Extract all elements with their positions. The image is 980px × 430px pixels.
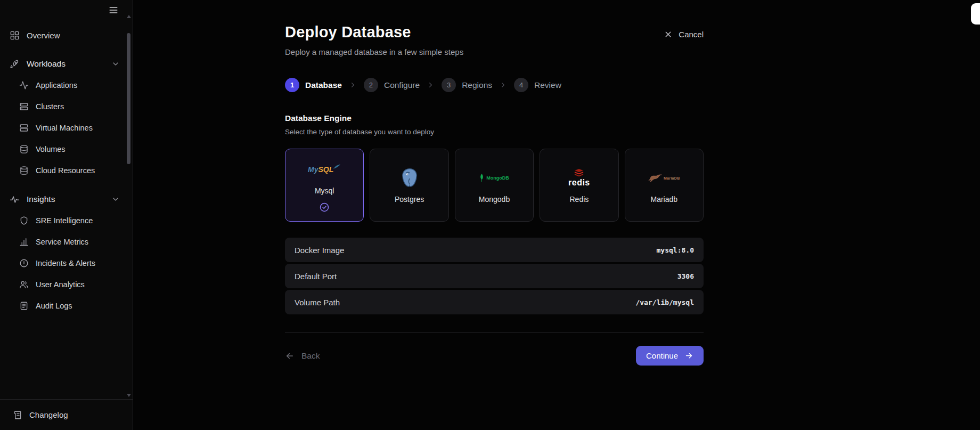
step-configure[interactable]: 2 Configure [364, 78, 420, 92]
detail-row-docker-image: Docker Image mysql:8.0 [285, 238, 704, 262]
engine-card-postgres[interactable]: Postgres [370, 149, 448, 222]
rocket-icon [10, 59, 20, 69]
step-review[interactable]: 4 Review [514, 78, 561, 92]
sidebar-item-service-metrics[interactable]: Service Metrics [14, 231, 125, 253]
detail-row-volume-path: Volume Path /var/lib/mysql [285, 290, 704, 314]
sidebar-item-volumes[interactable]: Volumes [14, 139, 125, 160]
detail-label: Docker Image [295, 246, 344, 255]
main-content: Deploy Database Deploy a managed databas… [133, 0, 980, 430]
changelog-icon [13, 410, 22, 420]
chevron-right-icon [499, 81, 507, 89]
database-icon [19, 166, 29, 175]
back-label: Back [301, 351, 320, 361]
sidebar-item-overview[interactable]: Overview [4, 25, 125, 46]
check-circle-icon [319, 202, 330, 213]
engine-card-mongodb[interactable]: MongoDB Mongodb [455, 149, 534, 222]
sidebar-item-label: SRE Intelligence [36, 216, 93, 225]
chevron-right-icon [427, 81, 435, 89]
chevron-right-icon [349, 81, 357, 89]
menu-toggle-button[interactable] [107, 4, 120, 17]
alert-circle-icon [19, 258, 29, 268]
sidebar-header [0, 0, 133, 17]
engine-card-label: Redis [569, 195, 589, 204]
arrow-left-icon [285, 351, 295, 361]
sidebar-item-incidents-alerts[interactable]: Incidents & Alerts [14, 253, 125, 274]
step-regions[interactable]: 3 Regions [442, 78, 492, 92]
engine-card-mysql[interactable]: MySQL Mysql [285, 149, 364, 222]
sidebar-scrollbar[interactable] [126, 15, 132, 397]
database-icon [19, 144, 29, 154]
step-number: 3 [442, 78, 456, 92]
sidebar-item-virtual-machines[interactable]: Virtual Machines [14, 117, 125, 139]
sidebar-item-clusters[interactable]: Clusters [14, 96, 125, 117]
sidebar-item-label: Overview [27, 31, 60, 40]
stepper: 1 Database 2 Configure 3 Regions 4 [285, 78, 704, 92]
grid-icon [10, 30, 20, 40]
sidebar-item-label: Volumes [36, 145, 66, 153]
step-label: Regions [462, 80, 492, 90]
sidebar-item-applications[interactable]: Applications [14, 75, 125, 96]
back-button[interactable]: Back [285, 351, 320, 361]
detail-label: Volume Path [295, 298, 340, 307]
sidebar-item-workloads[interactable]: Workloads [4, 53, 125, 75]
scroll-down-arrow-icon[interactable] [127, 394, 131, 397]
pulse-icon [10, 194, 20, 205]
sidebar-item-cloud-resources[interactable]: Cloud Resources [14, 160, 125, 181]
engine-card-mariadb[interactable]: MariaDB Mariadb [625, 149, 704, 222]
step-database[interactable]: 1 Database [285, 78, 342, 92]
sidebar-item-user-analytics[interactable]: User Analytics [14, 274, 125, 295]
sidebar-item-label: Workloads [27, 59, 66, 69]
step-label: Database [305, 80, 342, 90]
engine-card-label: Mysql [315, 186, 334, 195]
cancel-button[interactable]: Cancel [664, 30, 704, 39]
arrow-right-icon [684, 351, 693, 360]
continue-label: Continue [646, 351, 678, 360]
engine-card-label: Mariadb [650, 195, 677, 204]
mariadb-logo: MariaDB [648, 167, 680, 189]
sidebar-item-label: User Analytics [36, 280, 85, 289]
sidebar-item-label: Virtual Machines [36, 124, 93, 132]
chevron-down-icon [111, 195, 120, 204]
shield-icon [19, 216, 29, 225]
page-subtitle: Deploy a managed database in a few simpl… [285, 47, 463, 56]
engine-subheading: Select the type of database you want to … [285, 128, 704, 136]
mongodb-logo: MongoDB [479, 167, 509, 189]
detail-value: mysql:8.0 [657, 246, 694, 254]
engine-card-label: Mongodb [479, 195, 510, 204]
sidebar-item-label: Audit Logs [36, 302, 72, 310]
detail-value: 3306 [677, 272, 694, 280]
step-number: 2 [364, 78, 378, 92]
step-label: Configure [384, 80, 420, 90]
sidebar-item-insights[interactable]: Insights [4, 189, 125, 210]
detail-label: Default Port [295, 272, 337, 281]
sidebar-item-sre-intelligence[interactable]: SRE Intelligence [14, 210, 125, 231]
redis-logo: redis [568, 167, 590, 189]
engine-card-redis[interactable]: redis Redis [540, 149, 618, 222]
sidebar-item-label: Applications [36, 81, 77, 90]
mysql-logo: MySQL [308, 158, 341, 181]
document-icon [19, 301, 29, 311]
scroll-up-arrow-icon[interactable] [127, 15, 131, 18]
sidebar-item-label: Clusters [36, 102, 64, 111]
side-panel-handle[interactable] [971, 3, 980, 25]
step-label: Review [534, 80, 561, 90]
divider [285, 332, 704, 333]
sidebar-item-label: Service Metrics [36, 238, 88, 246]
engine-details: Docker Image mysql:8.0 Default Port 3306… [285, 238, 704, 314]
wizard-footer: Back Continue [285, 346, 704, 366]
step-number: 1 [285, 78, 299, 92]
sidebar-item-label: Incidents & Alerts [36, 259, 95, 267]
sidebar-item-audit-logs[interactable]: Audit Logs [14, 295, 125, 317]
continue-button[interactable]: Continue [636, 346, 704, 366]
postgres-logo [400, 167, 419, 189]
cancel-label: Cancel [679, 30, 704, 39]
sidebar-item-label: Cloud Resources [36, 166, 95, 175]
scrollbar-thumb[interactable] [127, 33, 130, 164]
sidebar-footer: Changelog [0, 399, 133, 430]
step-number: 4 [514, 78, 528, 92]
sidebar-item-changelog[interactable]: Changelog [7, 404, 125, 426]
chevron-down-icon [111, 60, 120, 68]
close-icon [664, 30, 673, 39]
detail-value: /var/lib/mysql [635, 298, 694, 306]
bar-chart-icon [19, 237, 29, 247]
